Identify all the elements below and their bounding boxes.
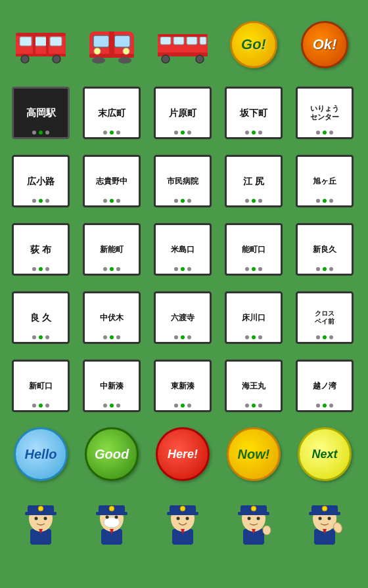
station-kaio-cell: 海王丸 bbox=[222, 354, 285, 417]
station-iryou[interactable]: いりょうセンター bbox=[296, 87, 354, 139]
station-name-ryoku: 良 久 bbox=[30, 312, 51, 324]
svg-rect-23 bbox=[200, 37, 206, 45]
officer-4-cell bbox=[222, 491, 285, 554]
svg-point-34 bbox=[35, 517, 38, 520]
station-shinmachi-cell: 新町口 bbox=[9, 354, 72, 417]
station-crossbay[interactable]: クロスベイ前 bbox=[296, 291, 354, 344]
train-2-cell bbox=[80, 13, 143, 76]
svg-point-61 bbox=[251, 506, 256, 511]
station-nomachi[interactable]: 能町口 bbox=[225, 223, 283, 276]
svg-point-72 bbox=[319, 517, 322, 520]
next-bubble[interactable]: Next bbox=[298, 427, 352, 481]
svg-point-7 bbox=[21, 55, 29, 63]
station-yoneguchi-cell: 米島口 bbox=[151, 218, 214, 281]
svg-point-25 bbox=[162, 55, 170, 63]
train-3-cell bbox=[151, 13, 214, 76]
dot-center bbox=[39, 131, 43, 135]
station-shimin[interactable]: 市民病院 bbox=[154, 155, 212, 207]
station-shinno-cell: 新能町 bbox=[80, 218, 143, 281]
good-bubble[interactable]: Good bbox=[85, 427, 139, 481]
svg-rect-51 bbox=[167, 512, 198, 515]
station-ejiri-cell: 江 尻 bbox=[222, 150, 285, 213]
station-nakasin-cell: 中新湊 bbox=[80, 354, 143, 417]
station-hiroji-cell: 広小路 bbox=[9, 150, 72, 213]
station-tokagawa-cell: 床川口 bbox=[222, 286, 285, 349]
svg-point-62 bbox=[248, 517, 251, 520]
station-sakashita[interactable]: 坂下町 bbox=[225, 87, 283, 139]
station-nakasin[interactable]: 中新湊 bbox=[83, 360, 141, 412]
station-rokudoji[interactable]: 六渡寺 bbox=[154, 291, 212, 344]
svg-rect-20 bbox=[160, 37, 171, 45]
svg-rect-21 bbox=[173, 37, 184, 45]
badge-go-cell: Go! bbox=[222, 13, 285, 76]
svg-rect-32 bbox=[25, 512, 57, 515]
svg-point-44 bbox=[106, 516, 109, 519]
station-ejiri[interactable]: 江 尻 bbox=[225, 155, 283, 207]
svg-point-15 bbox=[92, 57, 105, 64]
station-hiroji[interactable]: 広小路 bbox=[12, 155, 70, 207]
station-shinmachi[interactable]: 新町口 bbox=[12, 360, 70, 412]
station-name-shikino: 志貴野中 bbox=[96, 177, 127, 186]
station-nakafushiki[interactable]: 中伏木 bbox=[83, 291, 141, 344]
svg-rect-42 bbox=[96, 512, 127, 515]
station-takaoka[interactable]: 高岡駅 bbox=[12, 87, 70, 139]
hello-bubble[interactable]: Hello bbox=[14, 427, 68, 481]
svg-rect-60 bbox=[238, 512, 269, 515]
now-bubble[interactable]: Now! bbox=[227, 427, 281, 481]
station-tokagawa[interactable]: 床川口 bbox=[225, 291, 283, 344]
svg-point-43 bbox=[109, 506, 114, 511]
station-rokudoji-cell: 六渡寺 bbox=[151, 286, 214, 349]
station-name-shimin: 市民病院 bbox=[167, 177, 198, 186]
station-name-nakafushiki: 中伏木 bbox=[100, 313, 124, 322]
station-name-iryou: いりょうセンター bbox=[310, 104, 339, 121]
station-shinno[interactable]: 新能町 bbox=[83, 223, 141, 276]
station-name-yoneguchi: 米島口 bbox=[171, 245, 195, 254]
svg-rect-4 bbox=[33, 33, 35, 56]
station-higashisin[interactable]: 東新湊 bbox=[154, 360, 212, 412]
svg-point-53 bbox=[177, 517, 180, 520]
station-shimin-cell: 市民病院 bbox=[151, 150, 214, 213]
svg-point-26 bbox=[196, 55, 204, 63]
station-suehiro-cell: 末広町 bbox=[80, 81, 143, 144]
svg-point-65 bbox=[263, 526, 271, 535]
officer-5-cell bbox=[293, 491, 356, 554]
station-name-rokudoji: 六渡寺 bbox=[171, 313, 195, 322]
station-asahigaoka[interactable]: 旭ヶ丘 bbox=[296, 155, 354, 207]
station-katahara-cell: 片原町 bbox=[151, 81, 214, 144]
station-higashisin-cell: 東新湊 bbox=[151, 354, 214, 417]
officer-3-cell bbox=[151, 491, 214, 554]
station-name-crossbay: クロスベイ前 bbox=[315, 310, 334, 326]
station-name-higashisin: 東新湊 bbox=[171, 381, 195, 390]
dot-right bbox=[45, 131, 49, 135]
station-yoneguchi[interactable]: 米島口 bbox=[154, 223, 212, 276]
station-name-shinmachi: 新町口 bbox=[29, 381, 53, 390]
svg-point-40 bbox=[104, 517, 120, 528]
station-ryoku-cell: 良 久 bbox=[9, 286, 72, 349]
svg-point-54 bbox=[186, 517, 189, 520]
bubble-here-cell: Here! bbox=[151, 423, 214, 486]
station-name-nomachi: 能町口 bbox=[242, 245, 265, 254]
station-takaoka-cell: 高岡駅 bbox=[9, 81, 72, 144]
train-1-icon bbox=[13, 24, 68, 66]
station-oginuno[interactable]: 荻 布 bbox=[12, 223, 70, 276]
here-bubble[interactable]: Here! bbox=[156, 427, 210, 481]
station-kaio[interactable]: 海王丸 bbox=[225, 360, 283, 412]
svg-rect-1 bbox=[20, 37, 32, 46]
bubble-now-cell: Now! bbox=[222, 423, 285, 486]
train-1-cell bbox=[9, 13, 72, 76]
station-shikino[interactable]: 志貴野中 bbox=[83, 155, 141, 207]
station-ryoku[interactable]: 良 久 bbox=[12, 291, 70, 344]
go-badge[interactable]: Go! bbox=[230, 21, 277, 68]
station-koshinowan[interactable]: 越ノ湾 bbox=[296, 360, 354, 412]
officer-4-icon bbox=[230, 496, 277, 549]
svg-point-45 bbox=[115, 516, 118, 519]
station-shinryoku[interactable]: 新良久 bbox=[296, 223, 354, 276]
station-katahara[interactable]: 片原町 bbox=[154, 87, 212, 139]
station-suehiro[interactable]: 末広町 bbox=[83, 87, 141, 139]
train-3-icon bbox=[155, 24, 210, 66]
station-name-asahigaoka: 旭ヶ丘 bbox=[313, 177, 336, 186]
ok-badge[interactable]: Ok! bbox=[301, 21, 348, 68]
station-name-shinryoku: 新良久 bbox=[313, 245, 336, 254]
station-name-oginuno: 荻 布 bbox=[30, 244, 51, 255]
station-name-shinno: 新能町 bbox=[100, 245, 124, 254]
